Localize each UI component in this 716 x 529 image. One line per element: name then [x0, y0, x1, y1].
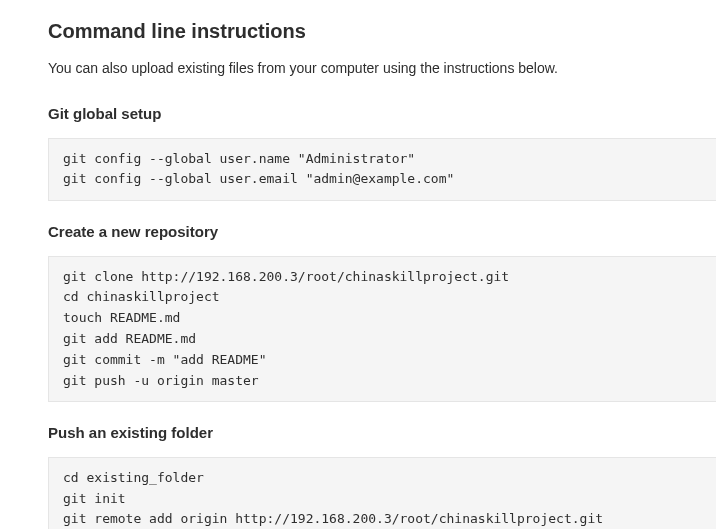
code-block-global-setup: git config --global user.name "Administr…	[48, 138, 716, 202]
code-line: git add README.md	[63, 331, 196, 346]
code-line: touch README.md	[63, 310, 180, 325]
code-line: git clone http://192.168.200.3/root/chin…	[63, 269, 509, 284]
code-line: git commit -m "add README"	[63, 352, 267, 367]
section-heading-existing-folder: Push an existing folder	[48, 422, 716, 445]
code-line: git push -u origin master	[63, 373, 259, 388]
code-line: git config --global user.email "admin@ex…	[63, 171, 454, 186]
code-block-existing-folder: cd existing_folder git init git remote a…	[48, 457, 716, 529]
page-title: Command line instructions	[48, 16, 716, 46]
section-heading-new-repo: Create a new repository	[48, 221, 716, 244]
code-line: cd existing_folder	[63, 470, 204, 485]
code-line: git init	[63, 491, 126, 506]
code-block-new-repo: git clone http://192.168.200.3/root/chin…	[48, 256, 716, 403]
section-heading-global-setup: Git global setup	[48, 103, 716, 126]
code-line: git config --global user.name "Administr…	[63, 151, 415, 166]
intro-text: You can also upload existing files from …	[48, 58, 716, 79]
code-line: cd chinaskillproject	[63, 289, 220, 304]
code-line: git remote add origin http://192.168.200…	[63, 511, 603, 526]
